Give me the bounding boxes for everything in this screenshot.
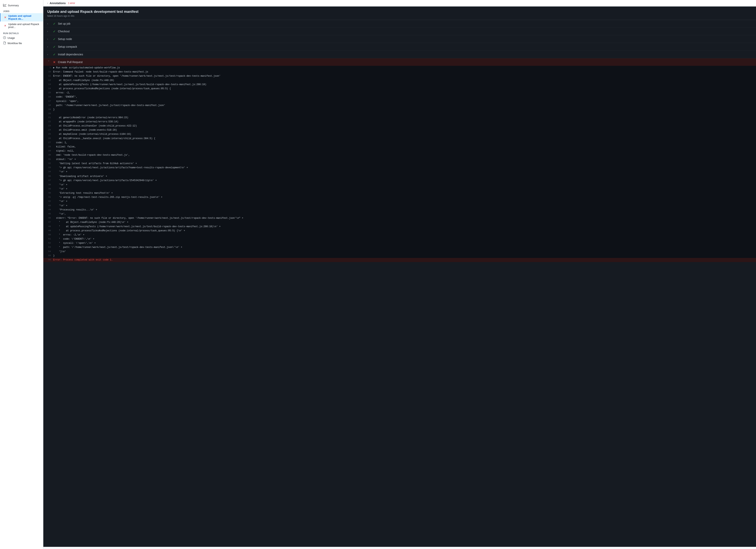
step-chevron-down-icon: › xyxy=(48,60,50,64)
log-line: 42 '\n' + xyxy=(43,199,756,203)
log-line-number: 51 xyxy=(43,237,53,241)
log-line-number: 34 xyxy=(43,170,53,174)
log-line-number: 47 xyxy=(43,220,53,224)
log-line-number: 43 xyxy=(43,204,53,207)
job-meta: failed 16 hours ago in 44s xyxy=(47,15,752,17)
sidebar-item-job2[interactable]: ✕ Update and upload Rspack prod... xyxy=(0,21,43,30)
log-line-number: 23 xyxy=(43,124,53,128)
log-line: 33 '> gh api /repos/vercel/next.js/actio… xyxy=(43,166,756,170)
step-chevron-icon: › xyxy=(47,30,50,32)
annotations-bar: › Annotations 1 error xyxy=(43,0,756,6)
log-line: 45 '\n', xyxy=(43,212,756,216)
log-line: 40 'Extracting test results manifest\n' … xyxy=(43,191,756,195)
log-line-content: '\n' + xyxy=(53,187,756,191)
log-line-content: cmd: 'node test/build-rspack-dev-tests-m… xyxy=(53,153,756,157)
sidebar-summary-label: Summary xyxy=(8,4,19,7)
log-line-number: 20 xyxy=(43,112,53,115)
log-line: 36 'Downloading artifact archive\n' + xyxy=(43,174,756,178)
log-line: 51 ' code: \'ENOENT\',\n' + xyxy=(43,237,756,241)
file-icon xyxy=(3,42,6,45)
sidebar: Summary Jobs ✕ Update and upload Rspack … xyxy=(0,0,43,549)
log-line-content: Error: ENOENT: no such file or directory… xyxy=(53,74,756,78)
log-line-number: 39 xyxy=(43,187,53,191)
log-line-content: '> gh api /repos/vercel/next.js/actions/… xyxy=(53,166,756,170)
log-line: 21 at genericNodeError (node:internal/er… xyxy=(43,116,756,120)
step-chevron-icon: › xyxy=(47,22,50,25)
log-line: 28 killed: false, xyxy=(43,145,756,149)
sidebar-item-job1[interactable]: ✕ Update and upload Rspack de... xyxy=(0,13,43,21)
step-checkout[interactable]: › ✓ Checkout xyxy=(43,28,756,35)
sidebar-item-usage[interactable]: Usage xyxy=(0,35,43,41)
job-header: Update and upload Rspack development tes… xyxy=(43,6,756,20)
log-line-content: ' code: \'ENOENT\',\n' + xyxy=(53,237,756,241)
log-line-number: 32 xyxy=(43,162,53,165)
log-line-content: stderr: "Error: ENOENT: no such file or … xyxy=(53,216,756,220)
step-label: Checkout xyxy=(58,30,752,33)
log-line-content: code: 'ENOENT', xyxy=(53,95,756,99)
log-line-content: ' at Object.readFileSync (node:fs:448:20… xyxy=(53,220,756,224)
log-line-content: ▶ Run node scripts/automated-update-work… xyxy=(53,66,756,70)
step-error-icon: ✕ xyxy=(52,60,56,64)
annotations-subtitle: 1 error xyxy=(68,2,75,5)
log-line-content: '}\n' xyxy=(53,250,756,253)
log-line-content: 'Extracting test results manifest\n' + xyxy=(53,191,756,195)
step-setup-node[interactable]: › ✓ Setup node xyxy=(43,35,756,43)
log-line-number: 21 xyxy=(43,116,53,119)
step-setup-corepack[interactable]: › ✓ Setup corepack xyxy=(43,43,756,51)
step-label: Setup node xyxy=(58,37,752,41)
log-line: 48 ' at updatePassingTests (/home/runner… xyxy=(43,225,756,229)
log-line-number: 48 xyxy=(43,225,53,228)
sidebar-job2-label: Update and upload Rspack prod... xyxy=(8,23,40,29)
log-line-content: stdout: '\n' + xyxy=(53,158,756,161)
log-line: 44 'Processing results...\n' + xyxy=(43,208,756,212)
log-line: 22 at wrappedFn (node:internal/errors:53… xyxy=(43,120,756,124)
log-line: 19} xyxy=(43,108,756,112)
step-label: Setup corepack xyxy=(58,45,752,48)
log-line-number: 15 xyxy=(43,91,53,95)
log-line-number: 22 xyxy=(43,120,53,123)
log-line-content: '\n' + xyxy=(53,183,756,187)
log-line: 27 code: 1, xyxy=(43,141,756,145)
log-line: 41 '> unzip -pj /tmp/next-test-results.2… xyxy=(43,195,756,199)
log-line: 54 '}\n' xyxy=(43,250,756,254)
log-line-number: 40 xyxy=(43,191,53,195)
log-line-number: 45 xyxy=(43,212,53,216)
log-line: 13 at updatePassingTests (/home/runner/w… xyxy=(43,83,756,87)
log-line-number: 16 xyxy=(43,95,53,99)
log-container: 1▶ Run node scripts/automated-update-wor… xyxy=(43,66,756,262)
step-create-pr[interactable]: › ✕ Create Pull Request xyxy=(43,58,756,66)
log-line: 39 '\n' + xyxy=(43,187,756,191)
log-line-number: 54 xyxy=(43,250,53,253)
sidebar-item-summary[interactable]: Summary xyxy=(0,2,43,8)
step-success-icon: ✓ xyxy=(52,30,56,33)
step-success-icon: ✓ xyxy=(52,37,56,41)
step-setup-job[interactable]: › ✓ Set up job xyxy=(43,20,756,28)
step-label: Install dependencies xyxy=(58,53,752,56)
step-success-icon: ✓ xyxy=(52,53,56,56)
log-line: 49 ' at process.processTicksAndRejection… xyxy=(43,229,756,233)
log-line-number: 53 xyxy=(43,245,53,249)
log-line: 10Error: Command failed: node test/build… xyxy=(43,70,756,74)
log-line-number: 31 xyxy=(43,158,53,161)
log-line: 31 stdout: '\n' + xyxy=(43,157,756,161)
log-line-number: 12 xyxy=(43,79,53,82)
log-line-number: 14 xyxy=(43,87,53,90)
log-line-content: at maybeClose (node:internal/child_proce… xyxy=(53,132,756,136)
log-line-content: 'Getting latest test artifacts from GitH… xyxy=(53,162,756,165)
step-chevron-icon: › xyxy=(47,45,50,48)
annotations-chevron-icon[interactable]: › xyxy=(47,2,48,5)
log-line-content: at wrappedFn (node:internal/errors:538:1… xyxy=(53,120,756,124)
step-label: Set up job xyxy=(58,22,752,25)
log-line: 29 signal: null, xyxy=(43,149,756,153)
log-line-content: '> gh api /repos/vercel/next.js/actions/… xyxy=(53,179,756,182)
log-line: 43 '\n' + xyxy=(43,204,756,208)
log-line-number: 13 xyxy=(43,83,53,86)
sidebar-item-workflow-file[interactable]: Workflow file xyxy=(0,41,43,46)
step-install-deps[interactable]: › ✓ Install dependencies xyxy=(43,51,756,58)
sidebar-usage-label: Usage xyxy=(7,36,15,39)
log-line-number: 38 xyxy=(43,183,53,186)
steps-list: › ✓ Set up job › ✓ Checkout › ✓ Setup no… xyxy=(43,20,756,262)
log-line: 30 cmd: 'node test/build-rspack-dev-test… xyxy=(43,153,756,157)
log-line: 50 ' errno: -2,\n' + xyxy=(43,233,756,237)
log-line-content: '\n' + xyxy=(53,204,756,208)
